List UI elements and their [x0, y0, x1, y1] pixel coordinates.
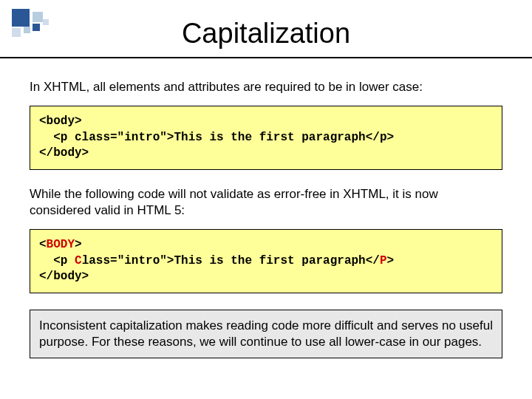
deco-square: [33, 24, 40, 31]
code-highlight: BODY: [47, 238, 75, 251]
code-example-valid: <body> <p class="intro">This is the firs…: [30, 106, 502, 170]
code-example-invalid: <BODY> <p Class="intro">This is the firs…: [30, 229, 502, 293]
code-text: <p: [39, 254, 75, 267]
code-line: <p class="intro">This is the first parag…: [39, 131, 394, 144]
slide-content: In XHTML, all elements and attributes ar…: [0, 58, 532, 358]
code-text: <: [39, 238, 47, 251]
middle-paragraph: While the following code will not valida…: [30, 186, 502, 219]
deco-square: [43, 19, 49, 25]
code-highlight: P: [380, 254, 387, 267]
deco-square: [24, 27, 30, 33]
deco-square: [33, 12, 43, 22]
code-text: >: [75, 238, 82, 251]
code-line: <body>: [39, 115, 82, 128]
code-line: </body>: [39, 146, 89, 160]
corner-decoration: [0, 9, 96, 38]
code-text: </body>: [39, 270, 89, 283]
code-text: lass="intro">This is the first paragraph…: [82, 254, 380, 267]
intro-paragraph: In XHTML, all elements and attributes ar…: [30, 79, 502, 95]
code-highlight: C: [75, 254, 82, 267]
deco-square: [12, 28, 21, 37]
note-box: Inconsistent capitalization makes readin…: [30, 310, 502, 358]
deco-square: [12, 9, 30, 27]
code-text: >: [387, 254, 395, 267]
